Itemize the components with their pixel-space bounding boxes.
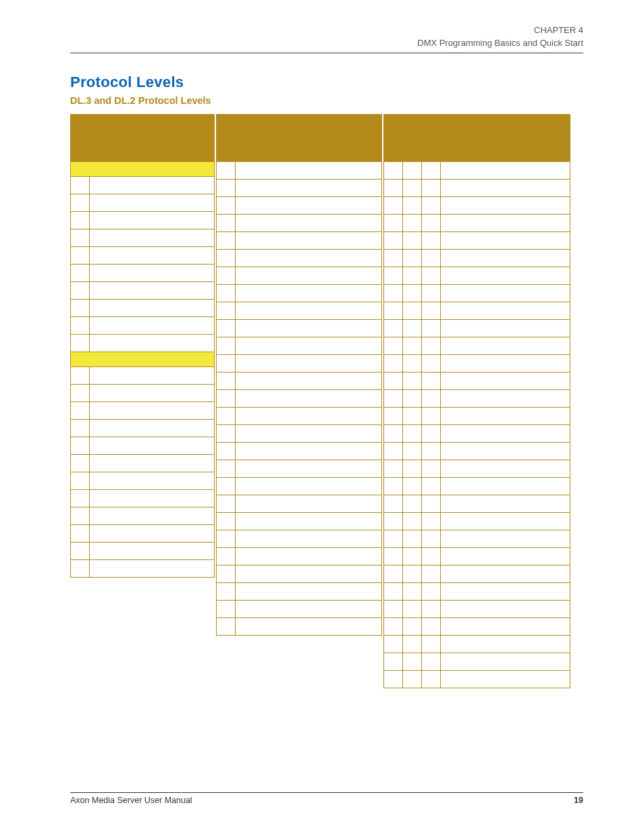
table-row — [384, 653, 570, 670]
table-row — [384, 635, 570, 653]
table-row — [71, 229, 215, 246]
table-row — [71, 366, 215, 384]
table-row — [71, 246, 215, 264]
protocol-tables — [70, 114, 570, 762]
table-row — [217, 407, 382, 424]
table-row — [384, 354, 570, 372]
table-row — [71, 472, 215, 489]
table-row — [71, 281, 215, 299]
manual-title: Axon Media Server User Manual — [70, 796, 192, 805]
section-title: Protocol Levels — [70, 74, 583, 91]
page-number: 19 — [574, 796, 583, 805]
table-row — [71, 299, 215, 316]
table-row — [384, 214, 570, 231]
table-row — [384, 389, 570, 407]
table-row — [71, 437, 215, 454]
table-row — [217, 547, 382, 565]
protocol-table-middle — [216, 114, 382, 636]
table-row — [217, 214, 382, 231]
table-row — [384, 617, 570, 635]
table-row — [217, 477, 382, 495]
table-row — [217, 372, 382, 389]
table-row — [71, 419, 215, 437]
table-row — [384, 284, 570, 302]
table-row — [217, 600, 382, 617]
table-row — [217, 495, 382, 512]
table-row — [217, 196, 382, 214]
table-row — [71, 507, 215, 524]
table-row — [384, 424, 570, 442]
table-row — [217, 424, 382, 442]
table-row — [217, 512, 382, 530]
table-row — [217, 354, 382, 372]
running-header: CHAPTER 4 DMX Programming Basics and Qui… — [70, 24, 583, 50]
table-row — [217, 389, 382, 407]
group-row — [71, 352, 215, 366]
table-row — [384, 249, 570, 267]
table-row — [71, 542, 215, 559]
header-rule — [70, 53, 583, 53]
table-row — [217, 267, 382, 284]
table-row — [71, 454, 215, 472]
table-row — [384, 337, 570, 354]
table-row — [71, 402, 215, 419]
page-footer: Axon Media Server User Manual 19 — [70, 792, 583, 805]
table-row — [384, 460, 570, 477]
table-row — [71, 559, 215, 577]
table-row — [384, 319, 570, 337]
table-row — [217, 565, 382, 582]
table-row — [384, 179, 570, 196]
table-row — [384, 530, 570, 547]
chapter-subtitle: DMX Programming Basics and Quick Start — [70, 37, 583, 50]
protocol-table-right — [383, 114, 570, 688]
subsection-title: DL.3 and DL.2 Protocol Levels — [70, 95, 583, 106]
table-row — [71, 524, 215, 542]
table-row — [217, 179, 382, 196]
table-row — [217, 249, 382, 267]
table-row — [217, 617, 382, 635]
table-row — [384, 547, 570, 565]
table-row — [217, 161, 382, 179]
table-row — [384, 582, 570, 600]
table-row — [71, 384, 215, 402]
table-row — [71, 264, 215, 281]
table-row — [71, 316, 215, 334]
table-row — [217, 231, 382, 249]
table-row — [384, 196, 570, 214]
table-row — [384, 267, 570, 284]
table-row — [384, 600, 570, 617]
table-row — [71, 176, 215, 194]
table-row — [217, 302, 382, 319]
table-row — [217, 284, 382, 302]
table-row — [71, 194, 215, 211]
table-row — [384, 407, 570, 424]
table-row — [71, 211, 215, 229]
table-row — [384, 477, 570, 495]
table-row — [217, 442, 382, 460]
table-row — [384, 565, 570, 582]
protocol-table-left — [70, 114, 215, 578]
table-row — [217, 582, 382, 600]
table-row — [384, 372, 570, 389]
footer-rule — [70, 792, 583, 793]
table-row — [384, 442, 570, 460]
table-row — [384, 161, 570, 179]
table-row — [71, 334, 215, 352]
table-row — [384, 231, 570, 249]
table-row — [217, 337, 382, 354]
table-row — [71, 489, 215, 507]
table-row — [384, 512, 570, 530]
table-row — [384, 495, 570, 512]
table-row — [384, 670, 570, 688]
table-row — [217, 319, 382, 337]
table-row — [217, 460, 382, 477]
table-row — [384, 302, 570, 319]
table-row — [217, 530, 382, 547]
chapter-label: CHAPTER 4 — [70, 24, 583, 37]
